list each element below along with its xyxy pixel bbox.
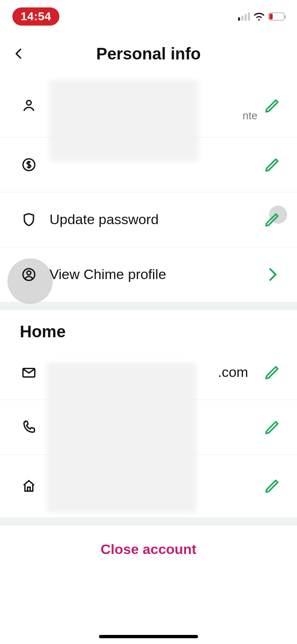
edit-phone-button[interactable] — [260, 415, 285, 440]
home-indicator — [99, 635, 198, 638]
danger-section: Close account — [0, 526, 297, 573]
edit-email-button[interactable] — [260, 360, 285, 385]
edit-pay-button[interactable] — [260, 152, 285, 177]
cellular-signal-icon — [238, 12, 250, 21]
row-pay-handle[interactable] — [0, 137, 297, 192]
status-bar: 14:54 1 — [0, 0, 297, 33]
mail-icon — [20, 363, 38, 381]
edit-name-button[interactable] — [260, 93, 285, 118]
edit-password-button[interactable] — [260, 207, 285, 232]
section-divider — [0, 302, 297, 310]
account-section: xxxxxxxxxxxxxxxxxxxxxxxxxxxxxxxxxxxxnte — [0, 74, 297, 302]
home-section: Home xxxxxxxxxxxxxxxxxxxxxxxx.com — [0, 310, 297, 518]
row-name[interactable]: xxxxxxxxxxxxxxxxxxxxxxxxxxxxxxxxxxxxnte — [0, 74, 297, 137]
home-icon — [20, 477, 38, 495]
section-divider — [0, 517, 297, 526]
svg-point-3 — [27, 271, 31, 275]
row-phone-value — [50, 418, 248, 436]
row-address-value — [50, 470, 248, 488]
back-button[interactable] — [10, 45, 28, 63]
status-right-group: 1 — [238, 12, 285, 21]
row-phone[interactable] — [0, 400, 297, 455]
row-pay-value — [50, 156, 248, 173]
row-name-subtitle-tail: nte — [243, 109, 257, 122]
battery-icon: 1 — [268, 12, 285, 21]
app-header: Personal info — [0, 33, 297, 74]
row-email-tail: .com — [218, 364, 248, 380]
profile-circle-icon — [20, 265, 38, 284]
wifi-icon — [253, 12, 265, 21]
chevron-right-icon — [260, 262, 285, 287]
phone-icon — [20, 418, 38, 436]
row-name-value — [50, 89, 248, 107]
row-view-profile[interactable]: View Chime profile — [0, 247, 297, 302]
status-time-pill: 14:54 — [12, 7, 59, 26]
row-address[interactable] — [0, 455, 297, 518]
row-view-profile-label: View Chime profile — [50, 265, 248, 283]
edit-address-button[interactable] — [260, 474, 285, 498]
shield-icon — [20, 211, 38, 229]
row-password-label: Update password — [50, 211, 248, 228]
row-address-sub — [50, 490, 248, 502]
content-scroll: xxxxxxxxxxxxxxxxxxxxxxxxxxxxxxxxxxxxnte — [0, 74, 297, 644]
close-account-button[interactable]: Close account — [0, 526, 297, 573]
home-section-title: Home — [0, 310, 297, 345]
person-icon — [20, 97, 38, 115]
svg-point-0 — [26, 100, 31, 105]
page-title: Personal info — [96, 45, 200, 63]
battery-text: 1 — [269, 14, 284, 19]
row-password[interactable]: Update password — [0, 192, 297, 247]
dollar-circle-icon — [20, 156, 38, 174]
row-email[interactable]: xxxxxxxxxxxxxxxxxxxxxxxx.com — [0, 345, 297, 400]
